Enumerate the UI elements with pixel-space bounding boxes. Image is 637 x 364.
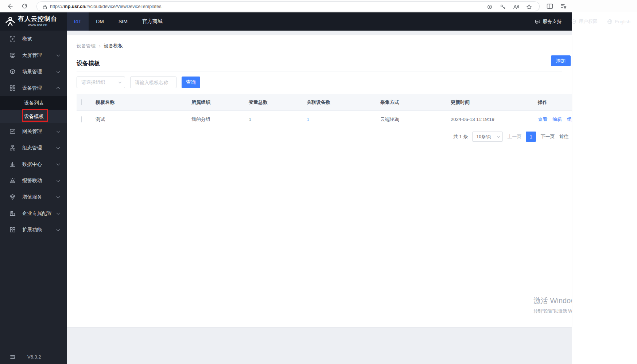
refresh-icon bbox=[22, 3, 28, 9]
divider bbox=[77, 71, 562, 71]
device-template-table: 模板名称 所属组织 变量总数 关联设备数 采集方式 更新时间 操作 测试 我的分… bbox=[77, 94, 572, 128]
row-checkbox[interactable] bbox=[81, 116, 82, 122]
chevron-down-icon bbox=[57, 145, 60, 149]
watermark-line2: 转到“设置”以激活 Windows。 bbox=[533, 308, 572, 314]
search-button[interactable]: 查询 bbox=[182, 77, 200, 88]
tab-dm[interactable]: DM bbox=[89, 12, 111, 31]
building-icon bbox=[9, 210, 16, 216]
cell-update-time: 2024-06-13 11:19:19 bbox=[451, 117, 538, 122]
app-subtitle: www.usr.cn bbox=[18, 23, 57, 27]
cell-collect-method: 云端轮询 bbox=[380, 116, 451, 123]
organization-select-placeholder: 请选择组织 bbox=[81, 79, 105, 86]
location-icon[interactable] bbox=[487, 4, 493, 10]
total-count-label: 共 1 条 bbox=[453, 133, 468, 140]
select-all-checkbox[interactable] bbox=[81, 99, 82, 105]
split-screen-icon[interactable] bbox=[547, 3, 553, 9]
screen-icon bbox=[9, 52, 16, 58]
globe-icon bbox=[607, 19, 613, 24]
breadcrumb-separator-icon: › bbox=[99, 43, 101, 49]
view-action-link[interactable]: 查看 bbox=[538, 117, 547, 122]
header-template-name: 模板名称 bbox=[96, 99, 191, 106]
next-page-button[interactable]: 下一页 bbox=[540, 133, 555, 140]
chevron-down-icon bbox=[57, 195, 60, 198]
add-button[interactable]: 添加 bbox=[551, 55, 571, 66]
cell-linked-devices-link[interactable]: 1 bbox=[307, 117, 309, 122]
sidebar: 概览 大屏管理 场景管理 设备管理 设备列表 设备模板 网关管理 组态管理 数据… bbox=[0, 31, 67, 364]
current-page-button[interactable]: 1 bbox=[526, 132, 536, 142]
table-row: 测试 我的分组 1 1 云端轮询 2024-06-13 11:19:19 查看编… bbox=[77, 111, 572, 128]
user-permissions-button[interactable]: 用户权限 bbox=[571, 18, 598, 25]
version-label: V6.3.2 bbox=[27, 354, 41, 360]
sidebar-item-overview[interactable]: 概览 bbox=[0, 31, 67, 47]
tab-sim[interactable]: SIM bbox=[111, 12, 135, 31]
chevron-down-icon bbox=[57, 178, 60, 182]
header-actions: 操作 bbox=[538, 99, 572, 106]
template-name-field bbox=[130, 77, 176, 88]
collapse-sidebar-icon[interactable] bbox=[9, 354, 16, 360]
sidebar-footer: V6.3.2 bbox=[0, 352, 67, 362]
org-chart-icon bbox=[9, 145, 16, 151]
cell-variable-count: 1 bbox=[249, 117, 307, 122]
page-size-select[interactable]: 10条/页 bbox=[472, 132, 503, 142]
screen: https://mp.usr.cn/#/cloud/device/ViewDev… bbox=[0, 0, 637, 364]
page-title: 设备模板 bbox=[77, 60, 100, 67]
sidebar-subitem-device-template[interactable]: 设备模板 bbox=[0, 110, 67, 123]
alarm-siren-icon bbox=[9, 177, 16, 184]
sidebar-item-data-center[interactable]: 数据中心 bbox=[0, 156, 67, 172]
url-text: https://mp.usr.cn/#/cloud/device/ViewDev… bbox=[50, 4, 161, 9]
chevron-down-icon bbox=[57, 53, 60, 56]
sidebar-item-bigscreen[interactable]: 大屏管理 bbox=[0, 47, 67, 63]
configure-action-link[interactable]: 组态 bbox=[567, 117, 572, 122]
address-bar[interactable]: https://mp.usr.cn/#/cloud/device/ViewDev… bbox=[36, 1, 540, 11]
watermark-line1: 激活 Windows bbox=[533, 296, 572, 306]
sidebar-item-scene[interactable]: 场景管理 bbox=[0, 63, 67, 80]
gateway-chart-icon bbox=[9, 128, 16, 134]
language-switch-button[interactable]: English bbox=[607, 19, 630, 24]
browser-toolbar: https://mp.usr.cn/#/cloud/device/ViewDev… bbox=[0, 0, 637, 12]
sidebar-item-enterprise-config[interactable]: 企业专属配置 bbox=[0, 205, 67, 222]
breadcrumb-device-management[interactable]: 设备管理 bbox=[77, 43, 96, 49]
content-card: 设备管理 › 设备模板 设备模板 添加 请选择组织 查询 模板名称 所属组织 变… bbox=[67, 35, 572, 327]
app-logo[interactable]: 有人云控制台 www.usr.cn bbox=[0, 12, 67, 31]
header-variable-count: 变量总数 bbox=[249, 99, 307, 106]
usr-person-logo-icon bbox=[5, 16, 16, 27]
windows-activation-watermark: 激活 Windows 转到“设置”以激活 Windows。 bbox=[533, 296, 572, 314]
collections-icon[interactable] bbox=[560, 3, 567, 9]
device-grid-icon bbox=[9, 85, 16, 91]
password-key-icon[interactable] bbox=[500, 4, 506, 10]
cell-template-name: 测试 bbox=[96, 116, 191, 123]
sidebar-item-alarm[interactable]: 报警联动 bbox=[0, 172, 67, 189]
browser-back-button[interactable] bbox=[5, 1, 15, 11]
template-name-input[interactable] bbox=[131, 77, 176, 88]
chevron-down-icon bbox=[57, 227, 60, 231]
goto-page-label: 前往 bbox=[559, 133, 568, 140]
chevron-down-icon bbox=[57, 129, 60, 133]
sidebar-item-device-management[interactable]: 设备管理 bbox=[0, 80, 67, 96]
back-arrow-icon bbox=[7, 3, 13, 9]
sidebar-subitem-device-list[interactable]: 设备列表 bbox=[0, 96, 67, 110]
sidebar-item-configuration[interactable]: 组态管理 bbox=[0, 140, 67, 156]
tab-official-mall[interactable]: 官方商城 bbox=[135, 12, 170, 31]
header-organization: 所属组织 bbox=[191, 99, 249, 106]
chevron-down-icon bbox=[497, 134, 500, 137]
previous-page-button[interactable]: 上一页 bbox=[507, 133, 521, 140]
header-collect-method: 采集方式 bbox=[380, 99, 451, 106]
browser-refresh-button[interactable] bbox=[20, 1, 29, 11]
pagination: 共 1 条 10条/页 上一页 1 下一页 前往 bbox=[453, 132, 568, 142]
sidebar-item-gateway[interactable]: 网关管理 bbox=[0, 123, 67, 140]
diamond-badge-icon bbox=[9, 194, 16, 200]
edit-action-link[interactable]: 编辑 bbox=[552, 117, 562, 122]
favorite-star-icon[interactable] bbox=[526, 4, 532, 10]
header-right-menu: 服务支持 用户权限 English bbox=[535, 12, 634, 31]
table-header-row: 模板名称 所属组织 变量总数 关联设备数 采集方式 更新时间 操作 bbox=[77, 94, 572, 111]
sidebar-item-extensions[interactable]: 扩展功能 bbox=[0, 222, 67, 238]
tab-iot[interactable]: IoT bbox=[67, 12, 89, 31]
sidebar-item-value-added[interactable]: 增值服务 bbox=[0, 189, 67, 205]
organization-select[interactable]: 请选择组织 bbox=[77, 77, 125, 88]
chevron-up-icon bbox=[57, 87, 60, 91]
read-aloud-icon[interactable] bbox=[513, 4, 519, 10]
service-support-button[interactable]: 服务支持 bbox=[535, 18, 562, 25]
header-update-time: 更新时间 bbox=[451, 99, 538, 106]
cell-organization: 我的分组 bbox=[191, 116, 249, 123]
lock-icon bbox=[42, 4, 48, 10]
